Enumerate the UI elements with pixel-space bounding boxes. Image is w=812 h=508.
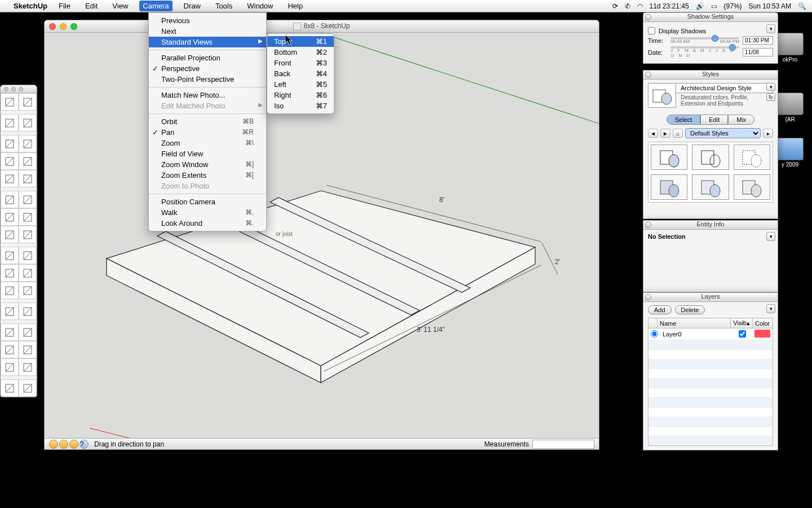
palette-titlebar[interactable] [1,85,37,93]
menu-help[interactable]: Help [284,1,306,11]
nav-home-button[interactable]: ⌂ [673,129,683,138]
menu-item-position-camera[interactable]: Position Camera [149,196,266,207]
eraser-tool[interactable] [1,114,19,132]
view-iso[interactable]: Iso⌘7 [267,100,334,111]
menu-item-two-point-perspective[interactable]: Two-Point Perspective [149,74,266,85]
axes-tool[interactable] [1,282,19,299]
style-thumbnail[interactable] [734,174,770,200]
position-camera-tool[interactable] [1,358,19,376]
style-thumbnail[interactable] [651,144,687,170]
tool-palette[interactable] [0,85,37,397]
phone-icon[interactable]: ✆ [625,2,630,10]
menu-view[interactable]: View [109,1,131,11]
followme-tool[interactable] [19,208,37,226]
entity-info-panel[interactable]: Entity Info ▾ No Selection [643,220,778,292]
menu-item-pan[interactable]: ✓Pan⌘R [149,127,266,138]
style-collection-select[interactable]: Default Styles [685,128,761,138]
previous-view-tool[interactable] [19,341,37,358]
menubar-clock[interactable]: Sun 10:53 AM [749,2,791,10]
volume-icon[interactable]: 🔊 [696,2,704,10]
polygon-tool[interactable] [1,170,19,187]
app-name[interactable]: SketchUp [14,2,47,10]
panel-header[interactable]: Entity Info [643,221,778,230]
menu-item-perspective[interactable]: ✓Perspective [149,63,266,74]
section-plane-tool[interactable] [19,379,37,397]
layer-active-radio[interactable] [651,330,658,338]
look-around-tool[interactable] [1,379,19,397]
time-value[interactable]: 01:30 PM [743,36,773,45]
menu-item-next[interactable]: Next [149,26,266,37]
date-value[interactable]: 11/08 [743,48,773,56]
measurements-input[interactable] [532,440,594,449]
menu-camera[interactable]: Camera [139,1,172,11]
menu-item-match-new-photo-[interactable]: Match New Photo... [149,90,266,100]
sync-icon[interactable]: ⟳ [612,2,618,10]
dimension-tool[interactable] [19,247,37,264]
panel-header[interactable]: Styles [643,71,778,80]
walk-tool[interactable] [19,358,37,376]
freehand-tool[interactable] [19,170,37,187]
menu-item-standard-views[interactable]: Standard Views▶ [149,37,266,47]
date-slider[interactable] [670,46,739,49]
collapse-button[interactable] [645,294,651,300]
nav-back-button[interactable]: ◄ [648,129,658,138]
layer-delete-button[interactable]: Delete [675,305,705,314]
offset-tool[interactable] [19,226,37,243]
menu-item-orbit[interactable]: Orbit⌘B [149,116,266,127]
display-shadows-checkbox[interactable] [648,27,655,34]
circle-tool[interactable] [1,152,19,170]
details-button[interactable]: ▸ [763,129,773,138]
3dtext-tool[interactable] [19,282,37,299]
menu-item-previous[interactable]: Previous [149,15,266,26]
battery-icon[interactable]: ▭ [711,2,717,10]
rectangle-tool[interactable] [1,135,19,152]
layer-name[interactable]: Layer0 [660,329,732,340]
layers-panel[interactable]: Layers ▾ Add Delete Name Visib▴ Color La… [643,292,778,450]
disclosure-button[interactable]: ▾ [766,24,775,33]
claim-credit-icon[interactable] [69,440,78,449]
style-thumbnail[interactable] [692,174,729,200]
layers-col-visible[interactable]: Visib▴ [731,318,753,329]
menu-item-walk[interactable]: Walk⌘, [149,207,266,218]
spotlight-icon[interactable]: 🔍 [798,2,806,10]
tape-measure-tool[interactable] [1,247,19,264]
arc-tool[interactable] [19,152,37,170]
view-left[interactable]: Left⌘5 [267,79,334,90]
layer-row[interactable]: Layer0 [648,329,773,340]
style-thumbnail[interactable] [734,144,770,170]
move-tool[interactable] [1,191,19,208]
protractor-tool[interactable] [1,264,19,282]
rotate-tool[interactable] [1,208,19,226]
window-titlebar[interactable]: 8x8 - SketchUp [45,20,599,33]
zoom-extents-tool[interactable] [1,341,19,358]
line-tool[interactable] [19,135,37,152]
wifi-icon[interactable]: ◠ [637,2,643,10]
menu-item-parallel-projection[interactable]: Parallel Projection [149,52,266,63]
geo-location-icon[interactable] [49,440,58,449]
layers-col-color[interactable]: Color [753,318,773,329]
nav-forward-button[interactable]: ► [660,129,670,138]
menu-window[interactable]: Window [244,1,276,11]
layers-col-name[interactable]: Name [657,318,731,329]
menu-edit[interactable]: Edit [82,1,101,11]
view-back[interactable]: Back⌘4 [267,68,334,79]
style-update-button[interactable]: ↻ [766,93,775,101]
styles-panel[interactable]: Styles ▾ ↻ Architectural Design Style De… [643,70,778,219]
scale-tool[interactable] [1,226,19,243]
time-slider[interactable] [670,37,739,40]
close-window-button[interactable] [49,23,56,30]
layer-add-button[interactable]: Add [648,305,672,314]
view-bottom[interactable]: Bottom⌘2 [267,47,334,58]
menu-item-zoom-extents[interactable]: Zoom Extents⌘[ [149,170,266,181]
collapse-button[interactable] [645,72,651,78]
paint-bucket-tool[interactable] [19,93,37,111]
style-new-button[interactable]: ▾ [766,83,775,91]
layer-visible-checkbox[interactable] [739,330,746,338]
collapse-button[interactable] [645,14,651,20]
pushpull-tool[interactable] [19,191,37,208]
layer-color-chip[interactable] [754,330,770,338]
select-tool[interactable] [1,93,19,111]
disclosure-button[interactable]: ▾ [766,304,775,313]
material-tool[interactable] [19,114,37,132]
disclosure-button[interactable]: ▾ [766,232,775,241]
